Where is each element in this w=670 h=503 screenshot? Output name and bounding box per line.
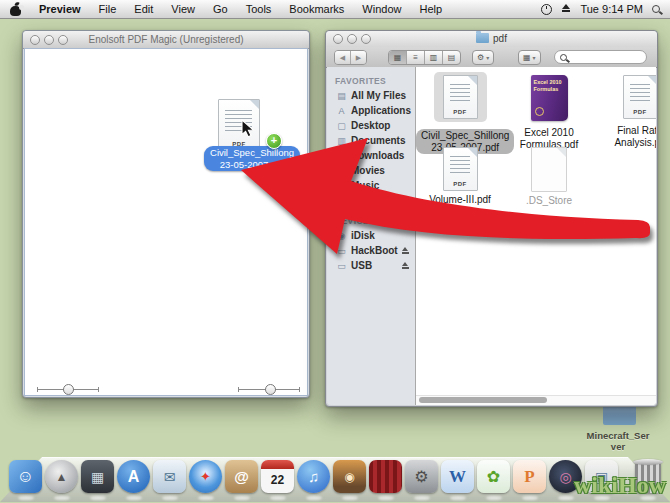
close-button[interactable] (30, 35, 40, 45)
selected-icon-highlight: PDF (434, 72, 487, 122)
sidebar-favorites-header: FAVORITES (327, 74, 415, 88)
chevron-down-icon: ▾ (486, 54, 489, 61)
eject-icon[interactable] (402, 247, 410, 255)
file-civil-spec-pdf[interactable]: PDF Civil_Spec_Shillong23-05-2007.pdf (416, 72, 504, 154)
dragged-file-name-line2: 23-05-2007.pdf (220, 159, 284, 170)
downloads-icon: ◎ (336, 151, 347, 161)
finder-traffic-lights (333, 34, 375, 44)
sidebar-item-documents[interactable]: ▥ Documents (327, 133, 415, 148)
movies-icon: ▦ (336, 166, 347, 176)
sidebar-item-all-my-files[interactable]: ▤ All My Files (327, 88, 415, 103)
mission-control-dock-icon[interactable]: ▦ (81, 460, 114, 493)
icon-view-button[interactable]: ▦ (389, 51, 406, 64)
zoom-button[interactable] (58, 35, 68, 45)
back-button[interactable]: ◀ (335, 51, 350, 64)
documents-icon: ▥ (336, 136, 347, 146)
sidebar-item-pictures[interactable]: ▣ Pictures (327, 193, 415, 208)
file-label: .DS_Store (505, 195, 593, 207)
search-field[interactable] (554, 50, 647, 64)
messenger-dock-icon[interactable]: ✿ (477, 460, 510, 493)
menu-app-name[interactable]: Preview (30, 0, 90, 18)
action-menu-button[interactable]: ⚙ ▾ (472, 50, 494, 65)
mouse-cursor-icon (241, 119, 256, 138)
sidebar-item-hackboot[interactable]: ▭ HackBoot (327, 243, 415, 258)
file-volume-iii-pdf[interactable]: PDF Volume-III.pdf (416, 147, 504, 206)
file-label: Volume-III.pdf (416, 194, 504, 206)
file-excel-formulas-pdf[interactable]: Excel 2010 Formulas Excel 2010Formulas.p… (505, 72, 593, 150)
address-book-dock-icon[interactable]: @ (225, 460, 258, 493)
scrollbar-thumb[interactable] (419, 397, 547, 403)
eject-menu-icon[interactable] (561, 4, 571, 14)
finder-dock-icon[interactable]: ☺ (9, 460, 42, 493)
finder-window: pdf ◀ ▶ ▦ ≡ ▥ ▤ ⚙ ▾ ▦ ▾ (325, 30, 658, 407)
finder-titlebar[interactable]: pdf (326, 31, 657, 47)
launchpad-dock-icon[interactable]: ▲ (45, 460, 78, 493)
safari-dock-icon[interactable]: ✦ (189, 460, 222, 493)
word-dock-icon[interactable]: W (441, 460, 474, 493)
minimize-button[interactable] (44, 35, 54, 45)
pictures-icon: ▣ (336, 196, 347, 206)
list-view-button[interactable]: ≡ (406, 51, 424, 64)
sidebar-item-desktop[interactable]: ▢ Desktop (327, 118, 415, 133)
apple-menu-icon[interactable] (10, 3, 22, 16)
pdf-icon-tag: PDF (444, 181, 477, 187)
sidebar-devices-header: DEVICES (327, 214, 415, 228)
sidebar-item-idisk[interactable]: ◉ iDisk (327, 228, 415, 243)
photo-booth-dock-icon[interactable] (369, 460, 402, 493)
menu-clock[interactable]: Tue 9:14 PM (580, 3, 643, 15)
folder-icon (476, 33, 489, 43)
sidebar-label: Downloads (351, 150, 404, 161)
file-final-rate-analysis-pdf[interactable]: PDF Final RateAnalysis.pd (596, 72, 656, 148)
close-button[interactable] (333, 34, 343, 44)
pdf-file-icon: PDF (443, 75, 478, 119)
sidebar-label: Documents (351, 135, 405, 146)
menu-view[interactable]: View (162, 0, 204, 18)
sidebar-label: USB (351, 260, 372, 271)
sidebar-label: iDisk (351, 230, 375, 241)
sidebar-item-downloads[interactable]: ◎ Downloads (327, 148, 415, 163)
pdf-icon-textlines (630, 84, 650, 101)
menu-bookmarks[interactable]: Bookmarks (280, 0, 353, 18)
column-view-button[interactable]: ▥ (424, 51, 442, 64)
apple-leaf (14, 1, 19, 6)
left-zoom-slider-knob[interactable] (63, 384, 74, 395)
sidebar-label: Movies (351, 165, 385, 176)
search-input[interactable] (570, 51, 640, 63)
sidebar-item-music[interactable]: ♪ Music (327, 178, 415, 193)
sidebar-item-movies[interactable]: ▦ Movies (327, 163, 415, 178)
mail-dock-icon[interactable]: ✉ (153, 460, 186, 493)
forward-button[interactable]: ▶ (350, 51, 366, 64)
eject-icon[interactable] (401, 262, 409, 270)
right-zoom-slider[interactable] (238, 389, 300, 390)
powerpoint-dock-icon[interactable]: P (513, 460, 546, 493)
file-ds-store[interactable]: .DS_Store (505, 147, 593, 207)
menu-tools[interactable]: Tools (237, 0, 281, 18)
right-zoom-slider-knob[interactable] (265, 384, 276, 395)
spotlight-icon[interactable] (652, 5, 660, 13)
sidebar-item-usb[interactable]: ▭ USB (327, 258, 415, 273)
zoom-button[interactable] (361, 34, 371, 44)
menu-help[interactable]: Help (410, 0, 451, 18)
menu-window[interactable]: Window (353, 0, 410, 18)
iphoto-dock-icon[interactable]: ◉ (333, 460, 366, 493)
coverflow-view-button[interactable]: ▤ (442, 51, 460, 64)
app-store-dock-icon[interactable]: A (117, 460, 150, 493)
dock: ☺ ▲ ▦ A ✉ ✦ @ 22 ♫ ◉ ⚙ W ✿ P ◎ ▣ (0, 460, 670, 493)
arrange-menu-button[interactable]: ▦ ▾ (518, 50, 541, 65)
horizontal-scrollbar[interactable] (416, 395, 656, 405)
menu-edit[interactable]: Edit (125, 0, 162, 18)
menu-file[interactable]: File (90, 0, 126, 18)
idisk-icon: ◉ (336, 231, 347, 241)
sidebar-item-applications[interactable]: A Applications (327, 103, 415, 118)
system-preferences-dock-icon[interactable]: ⚙ (405, 460, 438, 493)
enolsoft-titlebar[interactable]: Enolsoft PDF Magic (Unregistered) (23, 31, 309, 49)
finder-files-area: PDF Civil_Spec_Shillong23-05-2007.pdf Ex… (416, 67, 656, 405)
applications-icon: A (336, 106, 347, 116)
disk-icon: ▭ (336, 246, 347, 256)
minimize-button[interactable] (347, 34, 357, 44)
left-zoom-slider[interactable] (37, 389, 99, 390)
sync-status-icon[interactable] (541, 4, 552, 15)
itunes-dock-icon[interactable]: ♫ (297, 460, 330, 493)
ical-dock-icon[interactable]: 22 (261, 460, 294, 493)
menu-go[interactable]: Go (204, 0, 237, 18)
